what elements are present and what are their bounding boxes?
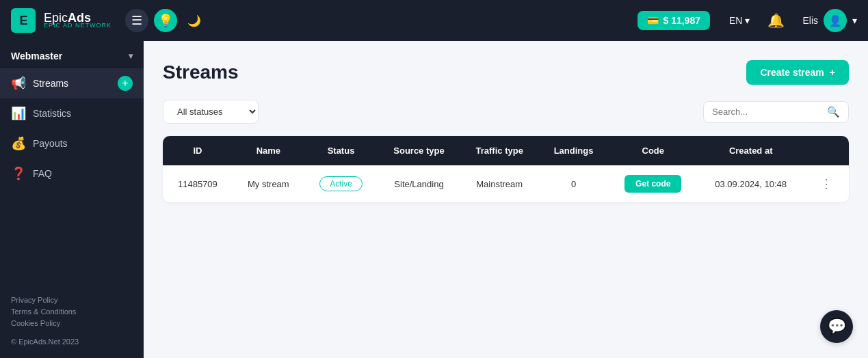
streams-table: ID Name Status Source type Traffic type … <box>163 136 849 202</box>
sidebar-item-label-streams: Streams <box>33 78 68 89</box>
col-traffic-type: Traffic type <box>460 136 539 165</box>
wallet-balance: 💳 $ 11,987 <box>637 11 710 30</box>
wallet-icon: 💳 <box>647 15 659 26</box>
balance-amount: $ 11,987 <box>663 15 700 26</box>
table-head: ID Name Status Source type Traffic type … <box>163 136 849 165</box>
logo-box: E <box>11 8 36 33</box>
streams-icon: 📢 <box>11 76 26 91</box>
header-icons: ☰ 💡 🌙 <box>125 9 206 32</box>
status-filter[interactable]: All statuses <box>163 100 259 124</box>
user-chevron-icon: ▾ <box>852 15 857 26</box>
cell-created-at: 03.09.2024, 10:48 <box>698 165 804 202</box>
status-badge: Active <box>319 176 363 191</box>
user-menu[interactable]: Elis 👤 ▾ <box>802 9 857 32</box>
table-row: 11485709 My stream Active Site/Landing M… <box>163 165 849 202</box>
menu-button[interactable]: ☰ <box>125 9 148 32</box>
sidebar: Webmaster ▾ 📢 Streams + 📊 Statistics 💰 P… <box>0 41 144 358</box>
statistics-icon: 📊 <box>11 106 26 121</box>
payouts-icon: 💰 <box>11 136 26 151</box>
notification-bell[interactable]: 🔔 <box>767 12 785 29</box>
sidebar-item-faq[interactable]: ❓ FAQ <box>0 159 144 189</box>
cell-landings: 0 <box>539 165 609 202</box>
privacy-policy-link[interactable]: Privacy Policy <box>11 296 133 304</box>
header: E EpicAds EPIC AD NETWORK ☰ 💡 🌙 💳 $ 11,9… <box>0 0 868 41</box>
get-code-button[interactable]: Get code <box>624 175 681 193</box>
table-body: 11485709 My stream Active Site/Landing M… <box>163 165 849 202</box>
cell-status: Active <box>304 165 378 202</box>
language-label: EN <box>729 15 742 26</box>
search-box: 🔍 <box>703 101 849 123</box>
cell-traffic-type: Mainstream <box>460 165 539 202</box>
create-stream-label: Create stream <box>760 67 824 78</box>
more-options-button[interactable]: ⋮ <box>817 176 835 191</box>
logo-sub: EPIC AD NETWORK <box>44 23 111 29</box>
sidebar-item-streams[interactable]: 📢 Streams + <box>0 68 144 98</box>
create-stream-icon: + <box>830 67 835 78</box>
main-content: Streams Create stream + All statuses 🔍 I… <box>144 41 868 358</box>
filter-row: All statuses 🔍 <box>163 100 849 124</box>
col-created-at: Created at <box>698 136 804 165</box>
table-header-row: ID Name Status Source type Traffic type … <box>163 136 849 165</box>
user-name: Elis <box>802 15 818 26</box>
cookies-policy-link[interactable]: Cookies Policy <box>11 319 133 327</box>
col-actions <box>804 136 849 165</box>
page-header: Streams Create stream + <box>163 60 849 85</box>
sidebar-section-label: Webmaster <box>11 51 62 61</box>
streams-table-wrapper: ID Name Status Source type Traffic type … <box>163 136 849 202</box>
light-mode-button[interactable]: 💡 <box>154 9 177 32</box>
logo-letter: E <box>19 14 27 28</box>
cell-id: 11485709 <box>163 165 233 202</box>
layout: Webmaster ▾ 📢 Streams + 📊 Statistics 💰 P… <box>0 41 868 358</box>
col-landings: Landings <box>539 136 609 165</box>
cell-code: Get code <box>608 165 698 202</box>
sidebar-footer: Privacy Policy Terms & Conditions Cookie… <box>0 288 144 333</box>
chat-bubble[interactable]: 💬 <box>820 310 853 343</box>
dark-mode-button[interactable]: 🌙 <box>183 9 206 32</box>
col-code: Code <box>608 136 698 165</box>
cell-name: My stream <box>233 165 304 202</box>
sidebar-item-label-statistics: Statistics <box>33 108 71 119</box>
language-selector[interactable]: EN ▾ <box>729 15 750 26</box>
sidebar-item-statistics[interactable]: 📊 Statistics <box>0 98 144 128</box>
col-source-type: Source type <box>378 136 460 165</box>
sidebar-item-payouts[interactable]: 💰 Payouts <box>0 128 144 159</box>
search-input[interactable] <box>712 107 821 117</box>
search-icon[interactable]: 🔍 <box>827 106 840 118</box>
sidebar-section-header[interactable]: Webmaster ▾ <box>0 41 144 68</box>
col-name: Name <box>233 136 304 165</box>
sidebar-item-label-faq: FAQ <box>33 168 52 179</box>
logo-brand-block: EpicAds EPIC AD NETWORK <box>44 12 111 29</box>
cell-actions: ⋮ <box>804 165 849 202</box>
add-stream-button[interactable]: + <box>118 76 133 91</box>
sidebar-copyright: © EpicAds.Net 2023 <box>0 333 144 353</box>
terms-conditions-link[interactable]: Terms & Conditions <box>11 307 133 316</box>
col-status: Status <box>304 136 378 165</box>
lang-chevron-icon: ▾ <box>745 15 750 26</box>
page-title: Streams <box>163 61 239 83</box>
col-id: ID <box>163 136 233 165</box>
sidebar-section-chevron: ▾ <box>129 51 133 61</box>
cell-source-type: Site/Landing <box>378 165 460 202</box>
faq-icon: ❓ <box>11 166 26 181</box>
sidebar-item-label-payouts: Payouts <box>33 138 68 149</box>
avatar: 👤 <box>824 9 847 32</box>
create-stream-button[interactable]: Create stream + <box>746 60 849 85</box>
